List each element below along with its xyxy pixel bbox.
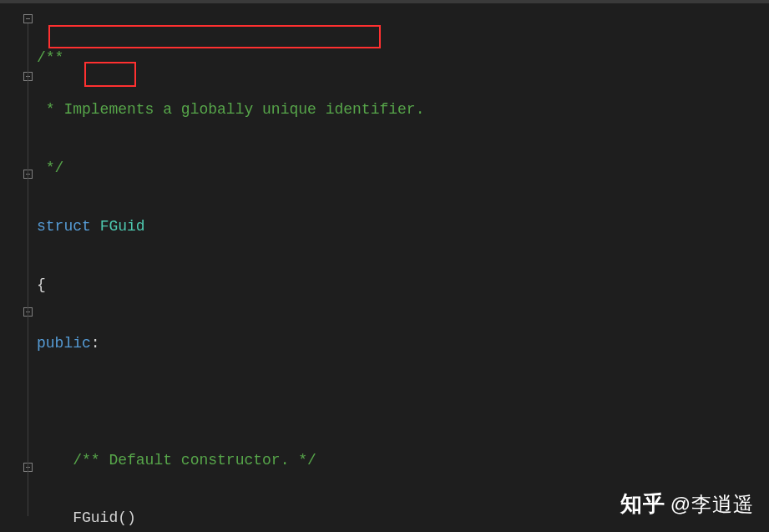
colon: :	[91, 335, 100, 352]
comment-text: /** Default constructor. */	[37, 452, 316, 469]
watermark-text: @李逍遥	[670, 494, 754, 514]
code-editor: /** * Implements a globally unique ident…	[0, 0, 769, 532]
paren: ()	[118, 509, 136, 526]
horizontal-scrollbar[interactable]	[0, 0, 769, 3]
keyword: struct	[37, 218, 91, 235]
watermark: 知乎 @李逍遥	[620, 494, 754, 514]
comment-text: *	[37, 101, 63, 118]
fold-toggle-icon[interactable]	[23, 14, 33, 23]
code-area[interactable]: /** * Implements a globally unique ident…	[33, 0, 769, 532]
brace: {	[37, 276, 46, 293]
identifier: FGuid	[37, 509, 118, 526]
type-name: FGuid	[100, 218, 145, 235]
comment-text: /**	[37, 49, 63, 66]
comment-text: */	[37, 160, 63, 176]
keyword: public	[37, 335, 91, 352]
comment-text: Implements a globally unique identifier.	[63, 101, 424, 118]
fold-gutter	[0, 0, 33, 532]
zhihu-logo-icon: 知乎	[620, 494, 665, 514]
